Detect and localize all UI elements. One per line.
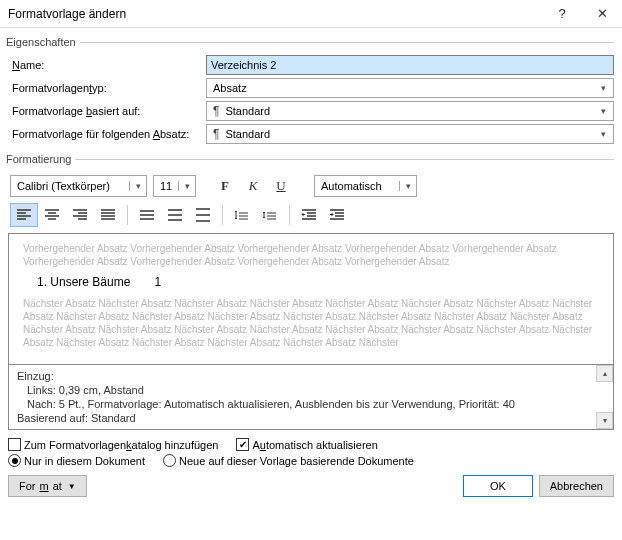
spacing-1-5-icon: [167, 207, 183, 223]
formatting-legend: Formatierung: [6, 153, 75, 165]
size-dropdown[interactable]: 11▾: [153, 175, 196, 197]
add-catalog-checkbox[interactable]: [8, 438, 21, 451]
line-spacing-1-5-button[interactable]: [161, 203, 189, 227]
window-title: Formatvorlage ändern: [8, 7, 542, 21]
help-button[interactable]: ?: [542, 0, 582, 28]
chevron-down-icon: ▾: [595, 129, 611, 139]
next-label: Formatvorlage für folgenden Absatz:: [8, 128, 206, 140]
properties-legend: Eigenschaften: [6, 36, 80, 48]
name-field[interactable]: [206, 55, 614, 75]
desc-l1: Links: 0,39 cm, Abstand: [17, 383, 605, 397]
preview-pane: Vorhergehender Absatz Vorhergehender Abs…: [8, 233, 614, 365]
indent-dec-button[interactable]: [295, 203, 323, 227]
align-left-icon: [16, 207, 32, 223]
chevron-down-icon: ▾: [399, 181, 416, 191]
line-spacing-2-button[interactable]: [189, 203, 217, 227]
align-justify-icon: [100, 207, 116, 223]
format-button[interactable]: Format▼: [8, 475, 87, 497]
scroll-down-button[interactable]: ▾: [596, 412, 613, 429]
scroll-up-button[interactable]: ▴: [596, 365, 613, 382]
chevron-down-icon: ▾: [178, 181, 195, 191]
space-dec-icon: [262, 207, 278, 223]
desc-l2: Nach: 5 Pt., Formatvorlage: Automatisch …: [17, 397, 605, 411]
titlebar: Formatvorlage ändern ? ✕: [0, 0, 622, 28]
align-center-button[interactable]: [38, 203, 66, 227]
name-label: Name:: [8, 59, 206, 71]
align-right-icon: [72, 207, 88, 223]
based-label: Formatvorlage basiert auf:: [8, 105, 206, 117]
line-spacing-1-button[interactable]: [133, 203, 161, 227]
cancel-button[interactable]: Abbrechen: [539, 475, 614, 497]
color-dropdown[interactable]: Automatisch▾: [314, 175, 417, 197]
chevron-down-icon: ▾: [595, 106, 611, 116]
new-template-radio[interactable]: [163, 454, 176, 467]
formatting-group: Formatierung Calibri (Textkörper)▾ 11▾ F…: [8, 153, 614, 432]
paragraph-toolbar: [8, 203, 614, 227]
description-pane: ▴ ▾ Einzug: Links: 0,39 cm, Abstand Nach…: [8, 365, 614, 430]
align-center-icon: [44, 207, 60, 223]
pilcrow-icon: ¶: [213, 127, 219, 141]
align-justify-button[interactable]: [94, 203, 122, 227]
new-template-label: Neue auf dieser Vorlage basierende Dokum…: [179, 455, 414, 467]
type-dropdown[interactable]: Absatz ▾: [206, 78, 614, 98]
auto-update-label: Automatisch aktualisieren: [252, 439, 377, 451]
preview-prev: Vorhergehender Absatz Vorhergehender Abs…: [23, 242, 599, 268]
underline-button[interactable]: U: [270, 175, 292, 197]
chevron-down-icon: ▾: [595, 83, 611, 93]
align-right-button[interactable]: [66, 203, 94, 227]
based-dropdown[interactable]: ¶Standard ▾: [206, 101, 614, 121]
space-inc-icon: [234, 207, 250, 223]
pilcrow-icon: ¶: [213, 104, 219, 118]
properties-group: Eigenschaften Name: Formatvorlagentyp: A…: [8, 36, 614, 149]
indent-inc-button[interactable]: [323, 203, 351, 227]
close-button[interactable]: ✕: [582, 0, 622, 28]
space-before-dec-button[interactable]: [256, 203, 284, 227]
chevron-down-icon: ▾: [129, 181, 146, 191]
align-left-button[interactable]: [10, 203, 38, 227]
font-dropdown[interactable]: Calibri (Textkörper)▾: [10, 175, 147, 197]
preview-sample: 1. Unsere Bäume 1: [37, 276, 599, 289]
spacing-1-icon: [139, 207, 155, 223]
spacing-2-icon: [195, 207, 211, 223]
only-doc-label: Nur in diesem Dokument: [24, 455, 145, 467]
next-dropdown[interactable]: ¶Standard ▾: [206, 124, 614, 144]
add-catalog-label: Zum Formatvorlagenkatalog hinzufügen: [24, 439, 218, 451]
ok-button[interactable]: OK: [463, 475, 533, 497]
preview-next: Nächster Absatz Nächster Absatz Nächster…: [23, 297, 599, 349]
auto-update-checkbox[interactable]: ✔: [236, 438, 249, 451]
indent-inc-icon: [329, 207, 345, 223]
space-before-inc-button[interactable]: [228, 203, 256, 227]
type-label: Formatvorlagentyp:: [8, 82, 206, 94]
indent-dec-icon: [301, 207, 317, 223]
desc-head: Einzug:: [17, 369, 605, 383]
desc-l3: Basierend auf: Standard: [17, 411, 605, 425]
chevron-down-icon: ▼: [68, 482, 76, 491]
only-doc-radio[interactable]: [8, 454, 21, 467]
italic-button[interactable]: K: [242, 175, 264, 197]
bold-button[interactable]: F: [214, 175, 236, 197]
